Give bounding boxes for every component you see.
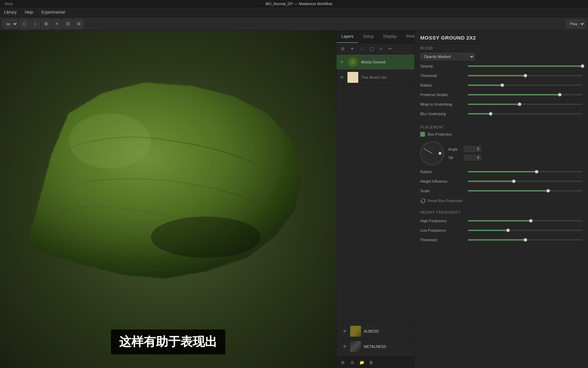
copy-btn[interactable]: ⧉ bbox=[74, 19, 83, 29]
environment-dropdown[interactable]: Pisa bbox=[566, 19, 585, 28]
hf-threshold-fill bbox=[468, 239, 525, 241]
hf-threshold-label: Threshold bbox=[420, 238, 468, 242]
list-view-btn[interactable]: ≡ bbox=[52, 19, 62, 29]
metalness-label: METALNESS bbox=[364, 344, 409, 349]
viewport-3d bbox=[0, 31, 336, 368]
blend-mode-dropdown[interactable]: Opacity Masked bbox=[420, 53, 475, 60]
albedo-row[interactable]: 👁 ALBEDO bbox=[341, 324, 410, 339]
rock-visualization bbox=[0, 31, 336, 368]
low-frequency-value bbox=[468, 230, 583, 231]
reset-icon bbox=[420, 198, 426, 203]
height-influence-thumb[interactable] bbox=[512, 180, 516, 183]
angle-dial[interactable] bbox=[420, 141, 444, 165]
high-frequency-label: High Frequency bbox=[420, 219, 468, 223]
layers-pen-btn[interactable]: ✏ bbox=[386, 45, 394, 53]
menu-library[interactable]: Library bbox=[3, 9, 18, 15]
low-frequency-fill bbox=[468, 230, 508, 231]
layer-item-beach[interactable]: 👁 Thai Beach Sto bbox=[337, 70, 414, 85]
layers-grid-btn[interactable]: ⊞ bbox=[339, 45, 347, 53]
tilt-label: Tilt bbox=[448, 156, 462, 160]
wrap-underlying-label: Wrap to Underlying bbox=[420, 102, 468, 106]
tab-layers[interactable]: Layers bbox=[337, 31, 358, 43]
low-frequency-slider[interactable] bbox=[468, 230, 583, 231]
preserve-details-label: Preserve Details bbox=[420, 93, 468, 97]
wrap-underlying-thumb[interactable] bbox=[518, 103, 521, 106]
placement-section: PLACEMENT Box Projection Angle bbox=[415, 123, 588, 208]
add-layer-btn[interactable]: ⊞ bbox=[339, 358, 347, 367]
placement-radius-row: Radius bbox=[420, 168, 583, 175]
workspace-dropdown[interactable]: ss bbox=[3, 19, 18, 28]
opacity-thumb[interactable] bbox=[581, 64, 584, 68]
layer-item-mossy[interactable]: 👁 Mossy Ground bbox=[337, 55, 414, 70]
wrap-underlying-slider[interactable] bbox=[468, 104, 583, 105]
reset-box-projection-btn[interactable]: Reset Box Projection bbox=[420, 197, 583, 205]
blur-underlying-thumb[interactable] bbox=[489, 112, 492, 116]
angle-label-row: Angle bbox=[448, 146, 481, 152]
duplicate-layer-btn[interactable]: ⧉ bbox=[348, 358, 356, 367]
height-frequency-section: HEIGHT FREQUENCY High Frequency Low Freq… bbox=[415, 208, 588, 249]
blur-underlying-fill bbox=[468, 113, 491, 114]
scale-thumb[interactable] bbox=[546, 189, 550, 193]
hf-threshold-thumb[interactable] bbox=[524, 238, 527, 242]
threshold-slider[interactable] bbox=[468, 75, 583, 76]
layers-list-btn[interactable]: ≡ bbox=[377, 45, 385, 53]
opacity-row: Opacity bbox=[420, 62, 583, 70]
box-projection-checkbox[interactable] bbox=[420, 132, 425, 137]
wrap-underlying-fill bbox=[468, 104, 520, 105]
sphere-view-btn[interactable]: ⬡ bbox=[19, 19, 29, 29]
viewport[interactable]: 这样有助于表现出 bbox=[0, 31, 336, 368]
low-frequency-thumb[interactable] bbox=[506, 229, 510, 232]
preserve-details-thumb[interactable] bbox=[558, 93, 561, 96]
opacity-slider[interactable] bbox=[468, 65, 583, 67]
radius-slider-blend[interactable] bbox=[468, 85, 583, 86]
tab-setup[interactable]: Setup bbox=[358, 31, 378, 43]
low-frequency-row: Low Frequency bbox=[420, 227, 583, 234]
delete-layer-btn[interactable]: 🗑 bbox=[367, 358, 375, 367]
visibility-icon-mossy[interactable]: 👁 bbox=[339, 59, 345, 65]
layer-list: 👁 Mossy Ground 👁 Thai Beach Sto bbox=[337, 55, 414, 321]
high-frequency-value bbox=[468, 220, 583, 221]
svg-point-2 bbox=[69, 113, 151, 168]
layers-bottom-toolbar: ⊞ ⧉ 📁 🗑 bbox=[337, 357, 414, 368]
visibility-icon-beach[interactable]: 👁 bbox=[339, 75, 345, 80]
metalness-row[interactable]: 👁 METALNESS bbox=[341, 339, 410, 354]
grid-view-btn[interactable]: ⊟ bbox=[63, 19, 72, 29]
hf-threshold-slider[interactable] bbox=[468, 239, 583, 241]
app-version: - Beta bbox=[3, 2, 13, 6]
layer-thumb-mossy bbox=[347, 57, 358, 67]
opacity-value bbox=[468, 65, 583, 67]
box-projection-label: Box Projection bbox=[428, 132, 475, 136]
preserve-details-slider[interactable] bbox=[468, 94, 583, 95]
window-title: MU_Normal_03* — Metalness Workflow bbox=[13, 2, 585, 6]
menu-help[interactable]: Help bbox=[23, 9, 35, 15]
scale-slider[interactable] bbox=[468, 190, 583, 191]
blend-mode-row: Opacity Masked bbox=[420, 53, 583, 60]
radius-thumb-blend[interactable] bbox=[501, 83, 504, 87]
opacity-label: Opacity bbox=[420, 64, 468, 68]
folder-btn[interactable]: 📁 bbox=[358, 358, 366, 367]
flat-view-btn[interactable]: □ bbox=[30, 19, 40, 29]
placement-radius-thumb[interactable] bbox=[535, 170, 538, 173]
toolbar-right: Pisa bbox=[566, 19, 585, 28]
high-frequency-slider[interactable] bbox=[468, 220, 583, 221]
blur-underlying-slider[interactable] bbox=[468, 113, 583, 114]
scale-row: Scale bbox=[420, 187, 583, 195]
menu-experimental[interactable]: Experimental bbox=[40, 9, 66, 15]
scale-value bbox=[468, 190, 583, 191]
angle-input[interactable] bbox=[464, 146, 481, 152]
threshold-thumb[interactable] bbox=[524, 74, 527, 77]
layers-paint-btn[interactable]: ✦ bbox=[348, 45, 356, 53]
placement-radius-slider[interactable] bbox=[468, 171, 583, 172]
layers-square-btn[interactable]: □ bbox=[358, 45, 366, 53]
height-influence-fill bbox=[468, 181, 514, 182]
toolbar-left: ss ⬡ □ ⊞ ≡ ⊟ ⧉ bbox=[3, 19, 83, 29]
tab-display[interactable]: Display bbox=[378, 31, 401, 43]
icon-view-btn[interactable]: ⊞ bbox=[41, 19, 51, 29]
metalness-visibility[interactable]: 👁 bbox=[342, 344, 347, 349]
albedo-visibility[interactable]: 👁 bbox=[342, 328, 347, 334]
tilt-input[interactable] bbox=[464, 155, 481, 160]
high-frequency-thumb[interactable] bbox=[529, 219, 533, 223]
height-influence-slider[interactable] bbox=[468, 181, 583, 182]
layers-circle-btn[interactable]: ◯ bbox=[367, 45, 375, 53]
wrap-underlying-row: Wrap to Underlying bbox=[420, 101, 583, 108]
